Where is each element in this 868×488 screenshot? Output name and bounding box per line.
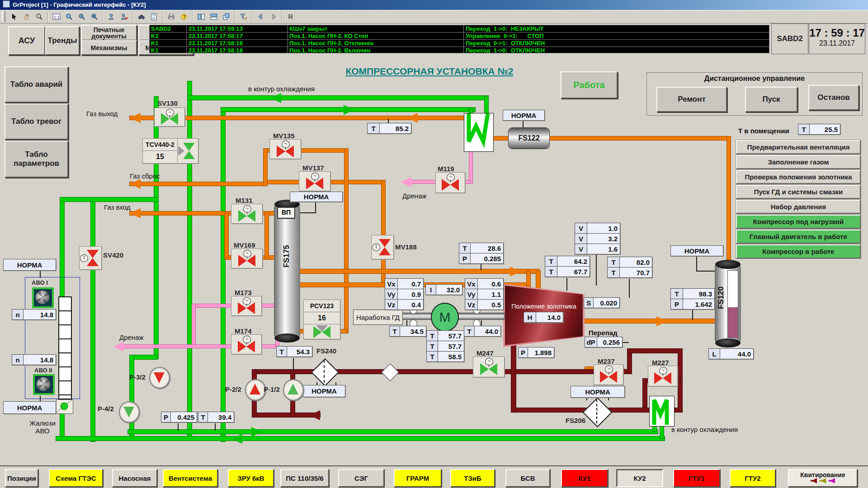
pipe-green-bottom1	[128, 430, 658, 434]
svg-text:1:1: 1:1	[54, 15, 60, 19]
meter-row: n14.8	[12, 310, 56, 319]
pipe-green-v3b	[130, 355, 134, 440]
layout-rows-icon[interactable]	[208, 11, 220, 23]
abo2-fan[interactable]	[33, 374, 55, 395]
nav-button-7[interactable]: ГРАРМ	[394, 469, 442, 487]
acknowledge-button[interactable]: Квитирование	[788, 469, 858, 487]
valve-pcv123[interactable]: PCV123 16	[303, 300, 340, 339]
event-log[interactable]: SABD223.11.2017 17:59:13КШэ7 закрытПерех…	[149, 25, 769, 53]
find-binoculars-icon[interactable]	[136, 11, 147, 23]
nav-button-10[interactable]: КУ1	[561, 469, 608, 487]
zoom-lens-icon[interactable]	[33, 11, 45, 23]
doc-search-icon[interactable]	[148, 11, 160, 23]
valve-sv130[interactable]: ~	[154, 108, 185, 127]
pan-hand-icon[interactable]	[21, 11, 33, 23]
nav-button-2[interactable]: Насосная	[112, 469, 157, 487]
valve-m227[interactable]: ~	[648, 366, 678, 386]
stop-button[interactable]: Останов	[808, 85, 859, 110]
remote-control-title: Дистанционное управление	[647, 75, 862, 83]
nav-forward-icon[interactable]	[268, 11, 279, 23]
log-row[interactable]: K123.11.2017 17:58:18Поз.1. Насос ПН-2. …	[150, 47, 769, 53]
pipe-merge	[527, 271, 530, 286]
log-row[interactable]: K123.11.2017 17:58:18Поз.1. Насос ПН-2. …	[150, 40, 769, 47]
filter-edit-icon[interactable]	[238, 11, 250, 23]
user-remove-icon[interactable]	[118, 11, 130, 23]
valve-mv188[interactable]: I	[371, 235, 394, 259]
layout-cascade-icon[interactable]	[221, 11, 232, 23]
pump-state-icon	[250, 384, 260, 394]
heat-exchanger-2	[649, 396, 675, 427]
nav-button-8[interactable]: ТЗиБ	[450, 469, 495, 487]
louver-valve[interactable]	[56, 399, 73, 414]
layout-columns-icon[interactable]	[195, 11, 207, 23]
nav-button-4[interactable]: ЗРУ 6кВ	[228, 469, 274, 487]
valve-body-icon	[313, 326, 330, 338]
valve-m173[interactable]: ~	[231, 296, 262, 316]
meter-fs120-tp: T98.3P1.642	[670, 288, 715, 310]
valve-sv420[interactable]: I	[79, 246, 102, 270]
nav-button-12[interactable]: ГТУ1	[673, 469, 720, 487]
alarm-board-button[interactable]: Табло аварий	[5, 66, 68, 103]
pump-p12[interactable]	[283, 379, 304, 401]
nav-button-13[interactable]: ГТУ2	[730, 469, 776, 487]
valve-m119[interactable]: ~	[435, 172, 465, 193]
nav-back-icon[interactable]	[255, 11, 267, 23]
nav-button-3[interactable]: Вентсистема	[163, 469, 218, 487]
log-row[interactable]: SABD223.11.2017 17:59:13КШэ7 закрытПерех…	[150, 25, 769, 33]
meter-row: I32.0	[426, 285, 462, 295]
warning-board-button[interactable]: Табло тревог	[5, 103, 68, 140]
vessel-fs120[interactable]: FS120	[715, 264, 741, 343]
user-add-icon[interactable]	[106, 11, 118, 23]
pump-p22[interactable]	[245, 379, 266, 401]
nav-button-9[interactable]: БСВ	[505, 469, 550, 487]
arrow-green-bottom-left	[231, 434, 242, 444]
pump-p32[interactable]	[149, 367, 170, 389]
norma-fs175: НОРМА	[290, 192, 343, 202]
valve-label-tcv440: TCV440-2	[143, 139, 178, 151]
valve-m174[interactable]: ~	[231, 334, 262, 354]
zoom-out-icon[interactable]	[76, 11, 88, 23]
actual-size-icon[interactable]: 1:1	[51, 11, 62, 23]
params-board-button[interactable]: Табло параметров	[5, 141, 68, 178]
asu-button[interactable]: АСУ	[8, 26, 45, 55]
nav-button-6[interactable]: СЭГ	[338, 469, 384, 487]
nav-button-1[interactable]: Схема ГТЭС	[49, 469, 103, 487]
help-icon[interactable]: ?	[178, 11, 190, 23]
print-icon[interactable]	[165, 11, 177, 23]
zoom-area-icon[interactable]	[63, 11, 75, 23]
zoom-in-icon[interactable]	[89, 11, 100, 23]
log-row[interactable]: K223.11.2017 17:58:17Поз.1. Насос ПН-2. …	[150, 33, 769, 40]
mode-status-button[interactable]: Работа	[561, 71, 618, 99]
nav-button-5[interactable]: ПС 110/35/6	[280, 469, 329, 487]
valve-m237[interactable]: ~	[594, 364, 623, 385]
valve-m247[interactable]: ~	[473, 357, 505, 377]
repair-button[interactable]: Ремонт	[656, 87, 727, 112]
toolbar-grip[interactable]	[2, 11, 5, 22]
meter-row: Vx0.6	[465, 279, 503, 289]
filter-dash-icon	[324, 360, 325, 383]
start-button[interactable]: Пуск	[745, 87, 797, 112]
gas-in-label: Газ вход	[104, 203, 131, 211]
pump-p42[interactable]	[119, 401, 140, 423]
abo1-fan[interactable]	[32, 287, 54, 308]
nav-button-0[interactable]: Позиции	[5, 469, 38, 487]
valve-mv135[interactable]: ~	[269, 139, 301, 159]
valve-tcv440[interactable]: TCV440-2 15	[142, 138, 198, 164]
vessel-fs175[interactable]: FS175	[274, 204, 300, 338]
valve-mv137[interactable]: ~	[299, 171, 330, 191]
runtime-box[interactable]: Наработка ГД	[353, 310, 403, 325]
print-docs-button[interactable]: Печатные документы	[81, 25, 137, 41]
select-cursor-icon[interactable]	[8, 11, 20, 23]
nav-button-11[interactable]: КУ2	[616, 469, 663, 487]
norma-abo-bottom: НОРМА	[3, 401, 56, 414]
main-motor[interactable]: M	[431, 303, 459, 332]
valve-m131[interactable]: ~	[231, 204, 263, 224]
trends-button[interactable]: Тренды	[45, 26, 80, 55]
valve-mv169[interactable]: ~	[231, 249, 263, 268]
mechanisms-button[interactable]: Механизмы	[81, 40, 137, 55]
r-button[interactable]: R	[285, 11, 297, 23]
vessel-fs122[interactable]: FS122	[509, 128, 549, 149]
tcv440-value: 15	[143, 151, 178, 163]
meter-row: V1.6	[575, 244, 620, 254]
meter-row: T98.3	[671, 289, 714, 299]
